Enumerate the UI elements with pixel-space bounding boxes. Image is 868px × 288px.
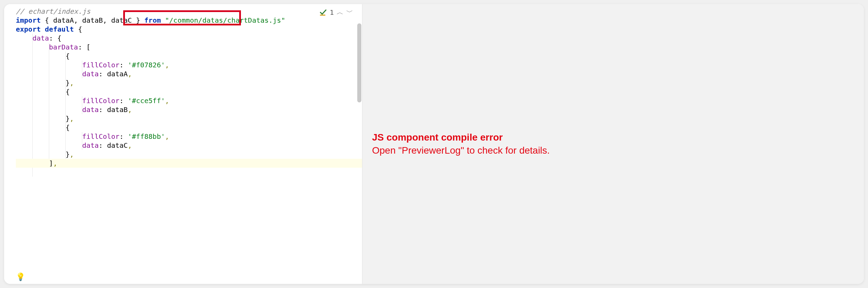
code-editor-pane[interactable]: 1 ︿ ﹀ // echart/index.js import { dataA,… bbox=[4, 4, 362, 284]
preview-pane: JS component compile error Open "Preview… bbox=[362, 4, 864, 284]
code-line: }, bbox=[16, 150, 362, 159]
code-line: export default { bbox=[16, 25, 362, 34]
code-line: data: { bbox=[16, 34, 362, 43]
code-line: barData: [ bbox=[16, 43, 362, 52]
code-line: import { dataA, dataB, dataC } from "/co… bbox=[16, 16, 362, 25]
code-line: fillColor: '#ff88bb', bbox=[16, 132, 362, 141]
code-line: fillColor: '#f07826', bbox=[16, 60, 362, 69]
app-container: 1 ︿ ﹀ // echart/index.js import { dataA,… bbox=[4, 4, 864, 284]
code-area[interactable]: // echart/index.js import { dataA, dataB… bbox=[4, 4, 362, 284]
code-line: { bbox=[16, 87, 362, 96]
code-line: { bbox=[16, 123, 362, 132]
code-line: data: dataA, bbox=[16, 69, 362, 78]
code-line: { bbox=[16, 52, 362, 60]
code-line: }, bbox=[16, 78, 362, 87]
error-detail: Open "PreviewerLog" to check for details… bbox=[372, 144, 864, 157]
code-line: ], bbox=[16, 159, 362, 168]
code-line: data: dataC, bbox=[16, 141, 362, 150]
code-line: // echart/index.js bbox=[16, 7, 362, 16]
lightbulb-icon[interactable]: 💡 bbox=[16, 273, 25, 281]
code-line: fillColor: '#cce5ff', bbox=[16, 96, 362, 105]
error-title: JS component compile error bbox=[372, 131, 864, 144]
code-line: data: dataB, bbox=[16, 105, 362, 114]
code-line: }, bbox=[16, 114, 362, 123]
